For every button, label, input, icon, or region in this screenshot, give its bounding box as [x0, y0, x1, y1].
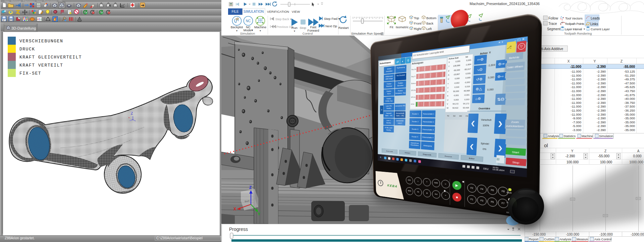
svg-text:VERIFICATION: VERIFICATION	[267, 10, 289, 13]
svg-text:-2.390: -2.390	[597, 116, 606, 120]
svg-text:-11.000: -11.000	[571, 93, 581, 97]
svg-text:-47.500: -47.500	[624, 81, 635, 85]
svg-text:Layer Interval: Layer Interval	[565, 28, 582, 31]
svg-text:-2.390: -2.390	[597, 85, 606, 89]
svg-text:Machine: Machine	[254, 25, 266, 29]
svg-text:Front: Front	[414, 22, 422, 25]
svg-text:-35.000: -35.000	[624, 120, 635, 124]
svg-text:-35.000: -35.000	[624, 113, 635, 116]
svg-text:-5.000: -5.000	[572, 124, 581, 128]
svg-text:-2.390: -2.390	[597, 97, 606, 100]
svg-text:Restart: Restart	[338, 26, 349, 30]
svg-text:Y: Y	[571, 149, 574, 153]
svg-text:-11.000: -11.000	[571, 97, 581, 100]
svg-text:Machine: Machine	[582, 134, 593, 138]
svg-text:-38.750: -38.750	[624, 101, 635, 105]
svg-text:-2.390: -2.390	[597, 105, 606, 108]
svg-text:-2.390: -2.390	[597, 89, 606, 93]
svg-text:-11.000: -11.000	[571, 85, 581, 89]
svg-text:-100.000: -100.000	[599, 233, 613, 236]
svg-text:0.000: 0.000	[633, 154, 641, 158]
svg-text:-37.500: -37.500	[624, 105, 635, 108]
svg-text:-11.000: -11.000	[571, 74, 581, 77]
svg-text:Y: Y	[593, 59, 596, 63]
svg-text:-11.000: -11.000	[571, 109, 581, 112]
svg-text:NC: NC	[246, 19, 251, 23]
svg-text:-11.000: -11.000	[571, 70, 581, 73]
svg-text:Control: Control	[303, 32, 313, 35]
svg-text:DRUCK: DRUCK	[19, 47, 35, 52]
svg-text:Stop: Stop	[300, 26, 306, 30]
svg-text:Step Fwd ▾: Step Fwd ▾	[324, 17, 340, 21]
svg-text:-40.000: -40.000	[624, 97, 635, 100]
svg-text:Next Op: Next Op	[325, 24, 337, 28]
svg-text:-49.375: -49.375	[624, 77, 635, 81]
svg-text:FILE: FILE	[231, 10, 238, 13]
svg-text:▾: ▾	[294, 30, 295, 33]
svg-text:-7.000: -7.000	[572, 120, 581, 124]
svg-text:Current Layer: Current Layer	[591, 28, 610, 31]
svg-text:A: A	[637, 149, 640, 153]
svg-text:KRAFT VERTEILT: KRAFT VERTEILT	[19, 63, 63, 68]
svg-text:Links: Links	[590, 22, 598, 26]
svg-text:Y: Y	[258, 212, 260, 216]
svg-text:-53.125: -53.125	[624, 70, 635, 73]
svg-text:CutSim: CutSim	[544, 237, 554, 241]
svg-text:-2.390: -2.390	[597, 101, 606, 105]
svg-text:Toolpath Points: Toolpath Points	[565, 22, 584, 26]
svg-text:-2.390: -2.390	[596, 65, 606, 69]
svg-text:100.000: 100.000	[567, 160, 579, 164]
svg-text:-3.000: -3.000	[572, 128, 581, 132]
svg-text:X: X	[567, 59, 570, 63]
svg-text:100.000: 100.000	[600, 160, 612, 164]
svg-text:Previous Op: Previous Op	[276, 25, 293, 29]
svg-text:Leads: Leads	[591, 16, 600, 20]
svg-text:-43.750: -43.750	[624, 89, 635, 93]
svg-text:Machsim_Presentation_20241106_: Machsim_Presentation_20241106_135436	[470, 2, 540, 6]
svg-text:-2.390: -2.390	[597, 120, 606, 124]
svg-text:▾: ▾	[584, 28, 585, 31]
svg-text:Backplot: Backplot	[231, 25, 243, 29]
svg-text:-2.390: -2.390	[597, 81, 606, 85]
svg-text:Report: Report	[529, 237, 539, 241]
svg-text:Z: Z	[249, 185, 252, 190]
svg-text:Mode▾: Mode▾	[244, 28, 253, 32]
svg-text:VERSCHIEBUNGEN: VERSCHIEBUNGEN	[19, 39, 63, 44]
svg-text:Analysis: Analysis	[548, 134, 559, 138]
svg-text:Isometric: Isometric	[396, 25, 409, 29]
svg-text:-35.000: -35.000	[624, 124, 635, 128]
svg-text:Statistics: Statistics	[564, 134, 576, 138]
svg-text:Measure: Measure	[577, 237, 589, 241]
svg-text:-2.390: -2.390	[597, 113, 606, 116]
svg-text:-51.250: -51.250	[624, 74, 635, 77]
svg-text:Z: Z	[131, 112, 133, 115]
svg-text:Axis Control: Axis Control	[594, 237, 611, 241]
svg-text:-11.000: -11.000	[571, 81, 581, 85]
svg-text:VIEW: VIEW	[292, 10, 300, 13]
svg-text:-2.390: -2.390	[597, 77, 606, 81]
svg-text:Toolpath Rendering: Toolpath Rendering	[564, 32, 592, 35]
svg-text:-9.000: -9.000	[572, 116, 581, 120]
svg-text:KRAFT GLEICHVERTEILT: KRAFT GLEICHVERTEILT	[19, 55, 82, 60]
svg-text:-11.000: -11.000	[571, 101, 581, 105]
svg-text:Bottom: Bottom	[426, 16, 436, 20]
svg-text:Left: Left	[426, 27, 432, 31]
svg-text:1000.000: 1000.000	[629, 160, 643, 164]
svg-text:SIMULATION: SIMULATION	[244, 10, 264, 13]
svg-text:-2.390: -2.390	[597, 124, 606, 128]
svg-text:-55.000: -55.000	[624, 65, 635, 69]
svg-text:X: X	[233, 207, 236, 211]
svg-text:Step Back ▾: Step Back ▾	[275, 17, 292, 21]
svg-text:-11.000: -11.000	[571, 105, 581, 108]
svg-text:Trace: Trace	[548, 22, 557, 26]
svg-text:x: x	[128, 116, 130, 119]
svg-text:Tool Vectors: Tool Vectors	[565, 16, 583, 20]
svg-text:▾: ▾	[236, 29, 237, 32]
svg-text:-150.000: -150.000	[532, 233, 546, 236]
svg-text:-2.390: -2.390	[597, 70, 606, 73]
svg-text:-11.000: -11.000	[571, 77, 581, 81]
svg-text:-35.000: -35.000	[624, 128, 635, 132]
svg-text:-45.625: -45.625	[624, 85, 635, 89]
svg-text:Segment: Segment	[547, 27, 560, 31]
svg-text:Progress: Progress	[229, 227, 248, 232]
